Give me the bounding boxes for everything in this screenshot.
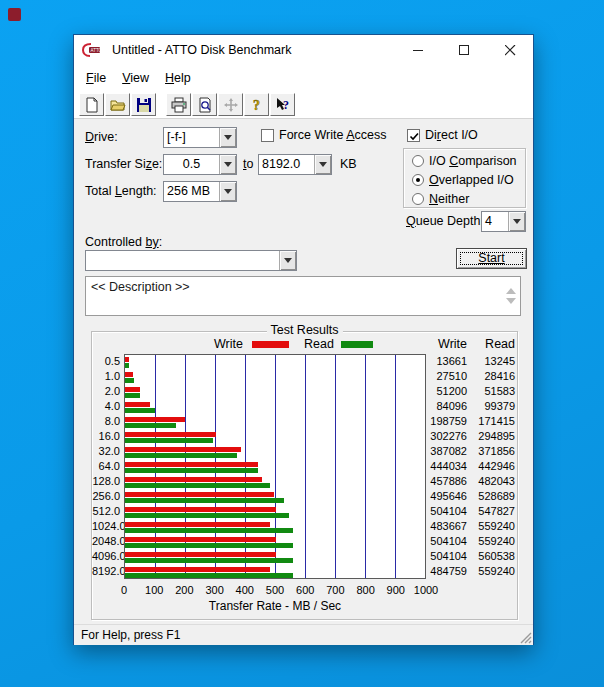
x-axis-label: Transfer Rate - MB / Sec [124, 599, 426, 613]
x-tick-label: 200 [175, 584, 193, 596]
chart-row [125, 430, 425, 445]
radio-circle[interactable] [412, 193, 424, 205]
chevron-down-icon[interactable] [508, 212, 525, 231]
controlled-by-select[interactable] [85, 250, 297, 271]
write-bar [125, 537, 276, 542]
svg-text:?: ? [253, 98, 260, 113]
y-tick-label: 16.0 [92, 429, 120, 444]
to-label: to [243, 157, 253, 171]
radio-overlapped-io[interactable]: Overlapped I/O [412, 173, 525, 187]
write-value-cell: 302276 [422, 429, 467, 444]
x-tick-label: 500 [266, 584, 284, 596]
total-length-select[interactable]: 256 MB [163, 181, 237, 202]
chart-row [125, 460, 425, 475]
start-button[interactable]: Start [456, 248, 527, 269]
svg-text:?: ? [283, 98, 289, 112]
y-tick-label: 4.0 [92, 399, 120, 414]
transfer-to-select[interactable]: 8192.0 [258, 154, 332, 175]
read-bar [125, 468, 258, 473]
menu-file[interactable]: File [78, 68, 114, 88]
chevron-down-icon[interactable] [219, 155, 236, 174]
write-bar [125, 567, 270, 572]
chevron-down-icon[interactable] [219, 182, 236, 201]
write-value-cell: 198759 [422, 414, 467, 429]
write-bar [125, 522, 270, 527]
y-tick-label: 1.0 [92, 369, 120, 384]
chart-row [125, 355, 425, 370]
queue-depth-select[interactable]: 4 [481, 211, 526, 232]
chevron-down-icon[interactable] [219, 128, 236, 147]
group-title: Test Results [266, 323, 342, 337]
write-column-header: Write [422, 337, 467, 351]
direct-io-checkbox[interactable]: Direct I/O [407, 128, 478, 142]
transfer-from-select[interactable]: 0.5 [163, 154, 237, 175]
description-text: << Description >> [91, 280, 190, 294]
printer-icon [171, 97, 187, 113]
open-file-button[interactable] [105, 93, 130, 116]
context-help-button[interactable]: ? [270, 93, 295, 116]
chevron-down-icon[interactable] [279, 251, 296, 270]
menu-view[interactable]: View [114, 68, 157, 88]
read-bar [125, 513, 289, 518]
read-bar [125, 528, 293, 533]
pan-button[interactable] [218, 93, 243, 116]
x-tick-label: 900 [387, 584, 405, 596]
write-bar [125, 417, 185, 422]
print-button[interactable] [166, 93, 191, 116]
maximize-button[interactable] [441, 35, 487, 65]
force-write-access-checkbox[interactable]: Force Write Access [261, 128, 386, 142]
kb-label: KB [340, 157, 357, 171]
write-value-cell: 484759 [422, 564, 467, 579]
read-bar [125, 573, 293, 578]
title-bar[interactable]: ATTO Untitled - ATTO Disk Benchmark [74, 35, 533, 65]
legend-read-label: Read [304, 337, 334, 351]
radio-circle-selected[interactable] [412, 174, 424, 186]
write-value-cell: 387082 [422, 444, 467, 459]
y-tick-label: 8192.0 [92, 564, 120, 579]
radio-io-comparison[interactable]: I/O Comparison [412, 154, 525, 168]
read-value-cell: 51583 [470, 384, 515, 399]
scroll-up-icon[interactable] [506, 283, 516, 294]
read-value-cell: 559240 [470, 564, 515, 579]
y-tick-label: 2048.0 [92, 534, 120, 549]
checkbox-box[interactable] [407, 129, 420, 142]
read-value-cell: 547827 [470, 504, 515, 519]
radio-circle[interactable] [412, 155, 424, 167]
y-axis-labels: 0.51.02.04.08.016.032.064.0128.0256.0512… [92, 354, 120, 579]
minimize-button[interactable] [395, 35, 441, 65]
write-legend-swatch [252, 341, 289, 348]
new-file-button[interactable] [79, 93, 104, 116]
read-bar [125, 558, 293, 563]
write-bar [125, 447, 241, 452]
save-button[interactable] [131, 93, 156, 116]
read-value-cell: 442946 [470, 459, 515, 474]
write-value-cell: 51200 [422, 384, 467, 399]
read-bar [125, 543, 293, 548]
checkbox-box[interactable] [261, 129, 274, 142]
chevron-down-icon[interactable] [314, 155, 331, 174]
bar-chart-plot [124, 354, 426, 579]
x-tick-label: 400 [236, 584, 254, 596]
scroll-down-icon[interactable] [506, 298, 516, 309]
write-bar [125, 372, 133, 377]
chart-row [125, 400, 425, 415]
help-button[interactable]: ? [244, 93, 269, 116]
description-box[interactable]: << Description >> [85, 276, 521, 316]
read-bar [125, 498, 284, 503]
window-title: Untitled - ATTO Disk Benchmark [112, 43, 291, 57]
radio-neither[interactable]: Neither [412, 192, 525, 206]
drive-select[interactable]: [-f-] [163, 127, 237, 148]
legend-write-label: Write [214, 337, 243, 351]
chart-row [125, 505, 425, 520]
menu-help[interactable]: Help [157, 68, 199, 88]
desktop: ATTO Untitled - ATTO Disk Benchmark File… [0, 0, 604, 687]
print-preview-button[interactable] [192, 93, 217, 116]
write-value-cell: 84096 [422, 399, 467, 414]
x-tick-label: 700 [326, 584, 344, 596]
write-bar [125, 387, 140, 392]
menu-bar: File View Help [74, 65, 533, 91]
x-tick-label: 0 [121, 584, 127, 596]
read-value-cell: 13245 [470, 354, 515, 369]
resize-grip[interactable] [518, 630, 532, 644]
close-button[interactable] [487, 35, 533, 65]
